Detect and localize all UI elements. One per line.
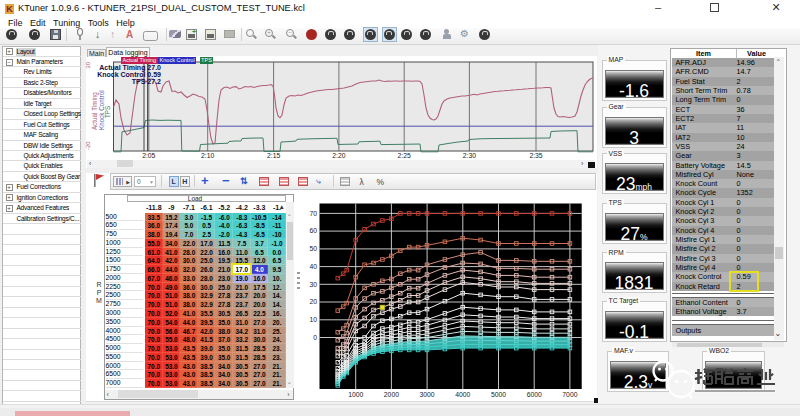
svg-text:40: 40 [309, 263, 317, 270]
svg-text:30: 30 [309, 281, 317, 288]
svg-text:10: 10 [309, 316, 317, 323]
svg-text:70: 70 [309, 210, 317, 217]
svg-text:20: 20 [309, 298, 317, 305]
svg-text:60: 60 [309, 227, 317, 234]
svg-text:6000: 6000 [527, 391, 542, 398]
svg-text:5000: 5000 [491, 391, 506, 398]
svg-text:50: 50 [309, 245, 317, 252]
svg-text:4000: 4000 [455, 391, 470, 398]
svg-text:0: 0 [313, 334, 317, 341]
svg-text:1000: 1000 [348, 391, 363, 398]
svg-text:3000: 3000 [420, 391, 435, 398]
svg-text:7000: 7000 [562, 391, 577, 398]
svg-text:2000: 2000 [384, 391, 399, 398]
